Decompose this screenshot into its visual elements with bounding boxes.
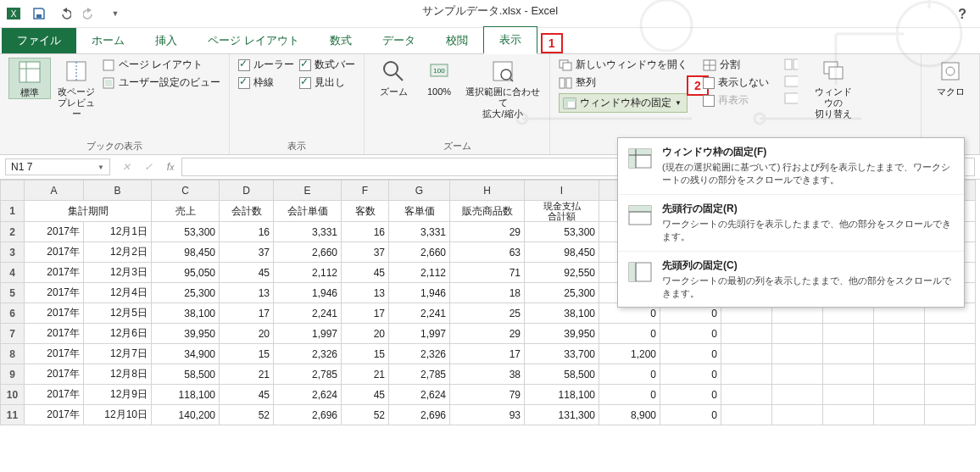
- cell[interactable]: 0: [660, 324, 721, 344]
- cell[interactable]: [772, 405, 823, 425]
- cell[interactable]: [721, 364, 772, 385]
- col-header-G[interactable]: G: [389, 180, 450, 201]
- col-header-F[interactable]: F: [342, 180, 389, 201]
- cell[interactable]: 0: [599, 324, 660, 344]
- cell[interactable]: 131,300: [525, 405, 599, 425]
- cell[interactable]: 79: [450, 385, 525, 405]
- cell[interactable]: 会計単価: [274, 201, 342, 222]
- cell[interactable]: [874, 344, 925, 364]
- cell[interactable]: 会計数: [220, 201, 274, 222]
- cell[interactable]: 20: [220, 324, 274, 344]
- tab-home[interactable]: ホーム: [76, 28, 140, 53]
- col-header-A[interactable]: A: [25, 180, 84, 201]
- cell[interactable]: 33,700: [525, 344, 599, 364]
- freeze-first-col-option[interactable]: 先頭列の固定(C) ワークシートの最初の列を表示したままで、他の部分をスクロール…: [618, 252, 964, 308]
- new-window-button[interactable]: 新しいウィンドウを開く: [559, 58, 688, 72]
- cell[interactable]: [874, 324, 925, 344]
- cell[interactable]: 17: [450, 344, 525, 364]
- enter-icon[interactable]: ✓: [137, 161, 159, 173]
- arrange-button[interactable]: 整列: [559, 75, 688, 90]
- row-header[interactable]: 5: [1, 283, 25, 303]
- split-button[interactable]: 分割: [703, 58, 769, 72]
- cell[interactable]: 38,100: [152, 303, 220, 324]
- cell[interactable]: 37: [220, 242, 274, 263]
- cell[interactable]: 0: [660, 405, 721, 425]
- cell[interactable]: [772, 344, 823, 364]
- tab-page-layout[interactable]: ページ レイアウト: [192, 28, 315, 53]
- cell[interactable]: 53,300: [525, 222, 599, 242]
- cell[interactable]: [772, 385, 823, 405]
- freeze-panes-button[interactable]: ウィンドウ枠の固定 ▼ 2: [559, 93, 688, 113]
- cell[interactable]: 2,696: [274, 405, 342, 425]
- cell[interactable]: 売上: [152, 201, 220, 222]
- cell[interactable]: 17: [220, 303, 274, 324]
- cell[interactable]: 15: [220, 344, 274, 364]
- zoom-selection-button[interactable]: 選択範囲に合わせて 拡大/縮小: [465, 58, 541, 120]
- page-layout-button[interactable]: ページ レイアウト: [102, 58, 220, 72]
- cell[interactable]: 34,900: [152, 344, 220, 364]
- row-header[interactable]: 8: [1, 344, 25, 364]
- cell[interactable]: 29: [450, 324, 525, 344]
- cell[interactable]: 45: [342, 385, 389, 405]
- cell[interactable]: 2017年: [25, 405, 84, 425]
- pagebreak-preview-button[interactable]: 改ページ プレビュー: [56, 58, 97, 120]
- cell[interactable]: 12月6日: [84, 324, 152, 344]
- switch-windows-button[interactable]: ウィンドウの 切り替え: [813, 58, 854, 120]
- cell[interactable]: 63: [450, 242, 525, 263]
- tab-review[interactable]: 校閲: [431, 28, 483, 53]
- cell[interactable]: 1,997: [389, 324, 450, 344]
- cell[interactable]: 39,950: [152, 324, 220, 344]
- cell[interactable]: [925, 324, 976, 344]
- cell[interactable]: 12月1日: [84, 222, 152, 242]
- custom-views-button[interactable]: ユーザー設定のビュー: [102, 75, 220, 90]
- headings-checkbox[interactable]: 見出し: [299, 75, 355, 90]
- cell[interactable]: 52: [342, 405, 389, 425]
- row-header[interactable]: 6: [1, 303, 25, 324]
- cell[interactable]: 21: [342, 364, 389, 385]
- col-header-D[interactable]: D: [220, 180, 274, 201]
- cell[interactable]: 25,300: [525, 283, 599, 303]
- cell[interactable]: [721, 344, 772, 364]
- cell[interactable]: 25: [450, 303, 525, 324]
- cell[interactable]: 118,100: [525, 385, 599, 405]
- cell[interactable]: [925, 364, 976, 385]
- hide-button[interactable]: 表示しない: [703, 75, 769, 90]
- name-box[interactable]: N1 7▼: [5, 158, 110, 175]
- cell[interactable]: 16: [220, 222, 274, 242]
- cell[interactable]: [823, 364, 874, 385]
- macros-button[interactable]: マクロ: [930, 58, 971, 97]
- cell[interactable]: 2,112: [389, 263, 450, 283]
- cell[interactable]: 3,331: [274, 222, 342, 242]
- gridlines-checkbox[interactable]: 枠線: [238, 75, 294, 90]
- formulabar-checkbox[interactable]: 数式バー: [299, 58, 355, 72]
- cancel-icon[interactable]: ✕: [115, 161, 137, 173]
- cell[interactable]: 37: [342, 242, 389, 263]
- cell[interactable]: 98,450: [525, 242, 599, 263]
- cell[interactable]: 58,500: [525, 364, 599, 385]
- cell[interactable]: 29: [450, 222, 525, 242]
- cell[interactable]: 118,100: [152, 385, 220, 405]
- cell[interactable]: 1,946: [389, 283, 450, 303]
- cell[interactable]: 140,200: [152, 405, 220, 425]
- cell[interactable]: [823, 344, 874, 364]
- cell[interactable]: 18: [450, 283, 525, 303]
- cell[interactable]: 2017年: [25, 242, 84, 263]
- cell[interactable]: 2017年: [25, 385, 84, 405]
- cell[interactable]: 45: [342, 263, 389, 283]
- cell[interactable]: 集計期間: [25, 201, 152, 222]
- col-header-I[interactable]: I: [525, 180, 599, 201]
- cell[interactable]: 39,950: [525, 324, 599, 344]
- col-header-E[interactable]: E: [274, 180, 342, 201]
- cell[interactable]: [823, 385, 874, 405]
- cell[interactable]: 2,785: [389, 364, 450, 385]
- cell[interactable]: 38: [450, 364, 525, 385]
- cell[interactable]: 12月3日: [84, 263, 152, 283]
- cell[interactable]: 3,331: [389, 222, 450, 242]
- row-header[interactable]: 10: [1, 385, 25, 405]
- cell[interactable]: 52: [220, 405, 274, 425]
- normal-view-button[interactable]: 標準: [8, 58, 51, 99]
- cell[interactable]: 2017年: [25, 283, 84, 303]
- tab-formulas[interactable]: 数式: [315, 28, 367, 53]
- cell[interactable]: 58,500: [152, 364, 220, 385]
- cell[interactable]: 20: [342, 324, 389, 344]
